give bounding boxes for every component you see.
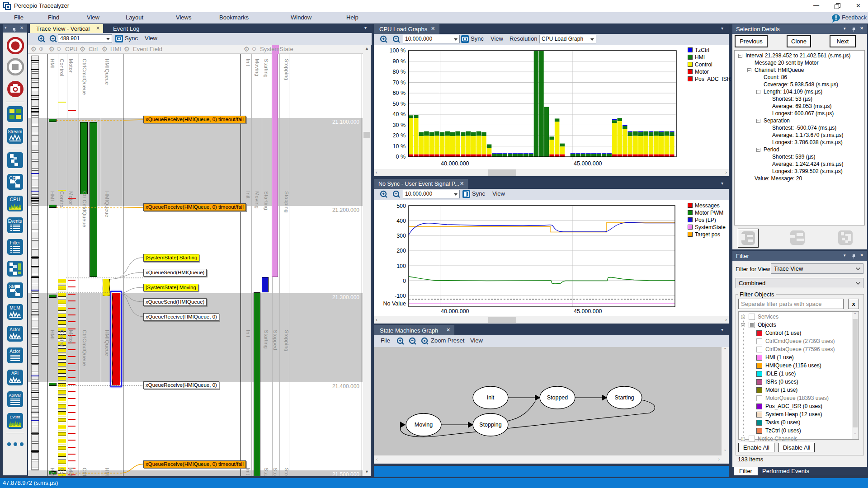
svg-text:30 %: 30 %: [393, 122, 406, 128]
svg-text:60 %: 60 %: [393, 90, 406, 96]
svg-text:50 %: 50 %: [393, 101, 406, 107]
svg-text:40.000.000: 40.000.000: [441, 160, 469, 167]
svg-text:10 %: 10 %: [393, 143, 406, 150]
svg-text:EvtInt: EvtInt: [9, 415, 20, 419]
svg-text:Actor: Actor: [9, 327, 20, 332]
svg-text:45.000.000: 45.000.000: [574, 308, 602, 314]
svg-text:Stopping: Stopping: [479, 422, 501, 428]
svg-text:SM: SM: [9, 284, 16, 289]
svg-text:0 %: 0 %: [396, 154, 406, 160]
svg-text:40 %: 40 %: [393, 111, 406, 117]
svg-text:Events: Events: [8, 219, 22, 224]
svg-text:CF: CF: [9, 176, 15, 181]
svg-text:No Value: No Value: [383, 300, 406, 307]
svg-text:Actor: Actor: [9, 349, 20, 354]
svg-text:500: 500: [396, 203, 406, 209]
svg-text:40.000.000: 40.000.000: [441, 308, 469, 314]
svg-text:100: 100: [396, 263, 406, 269]
svg-text:0: 0: [403, 278, 406, 284]
svg-text:200: 200: [396, 248, 406, 254]
svg-text:CPU: CPU: [9, 197, 20, 202]
svg-text:400: 400: [396, 218, 406, 224]
svg-text:Starting: Starting: [614, 394, 634, 401]
svg-text:70 %: 70 %: [393, 80, 406, 86]
svg-text:Filter: Filter: [10, 240, 20, 245]
svg-text:MEM: MEM: [9, 305, 20, 310]
svg-text:Stream: Stream: [8, 129, 22, 134]
svg-text:45.000.000: 45.000.000: [574, 160, 602, 167]
svg-text:Moving: Moving: [415, 422, 433, 428]
svg-text:ApWar: ApWar: [9, 393, 21, 398]
svg-text:300: 300: [396, 233, 406, 239]
svg-text:API: API: [11, 371, 19, 376]
svg-text:-100: -100: [395, 293, 406, 299]
svg-text:Stopped: Stopped: [547, 394, 568, 401]
svg-text:Init: Init: [487, 394, 495, 401]
svg-text:90 %: 90 %: [393, 58, 406, 65]
svg-text:100 %: 100 %: [390, 47, 406, 54]
svg-text:80 %: 80 %: [393, 69, 406, 75]
svg-text:20 %: 20 %: [393, 132, 406, 139]
